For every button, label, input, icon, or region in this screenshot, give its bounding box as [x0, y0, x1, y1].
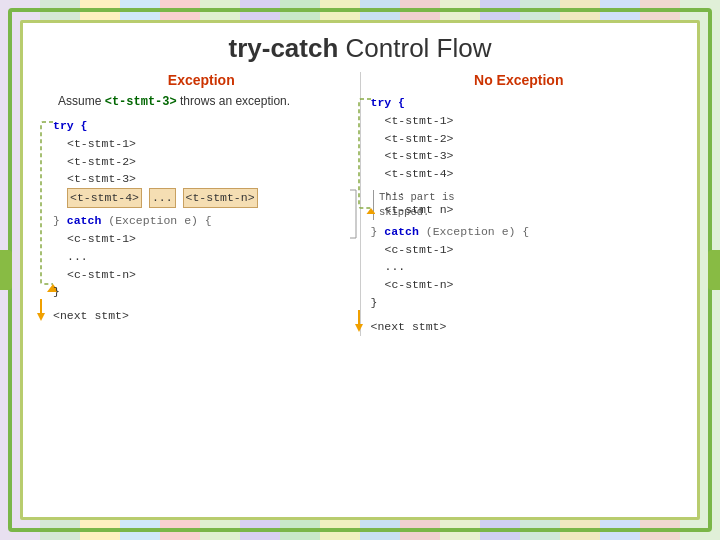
side-tab-right	[708, 250, 720, 290]
right-code-container: try { <t-stmt-1> <t-stmt-2> <t-stmt-3> <…	[371, 94, 668, 336]
side-tab-left	[0, 250, 12, 290]
t-stmt-4-right: <t-stmt-4>	[385, 165, 668, 183]
next-stmt-left: <next stmt>	[53, 307, 350, 325]
t-stmt-2-left: <t-stmt-2>	[67, 153, 350, 171]
content-area: try-catch Control Flow Exception Assume …	[20, 20, 700, 520]
left-code-block: try { <t-stmt-1> <t-stmt-2> <t-stmt-3> <…	[53, 117, 350, 301]
exception-column: Exception Assume <t-stmt-3> throws an ex…	[43, 72, 360, 336]
next-stmt-right-container: <next stmt>	[371, 318, 668, 336]
t-stmt-3-right: <t-stmt-3>	[385, 147, 668, 165]
assumption-text: Assume <t-stmt-3> throws an exception.	[53, 94, 350, 109]
t-stmt-2-right: <t-stmt-2>	[385, 130, 668, 148]
svg-marker-5	[355, 324, 363, 332]
c-stmt-n-left: <c-stmt-n>	[67, 266, 350, 284]
c-stmt-1-right: <c-stmt-1>	[385, 241, 668, 259]
assume-stmt: <t-stmt-3>	[105, 95, 177, 109]
catch-args-right: (Exception e) {	[419, 225, 529, 238]
try-keyword-left: try {	[53, 119, 88, 132]
catch-stmts-left: <c-stmt-1> ... <c-stmt-n>	[53, 230, 350, 283]
skipped-block: <t-stmt-4> ... <t-stmt-n> This part issk…	[67, 188, 350, 208]
try-stmts-right: <t-stmt-1> <t-stmt-2> <t-stmt-3> <t-stmt…	[371, 112, 668, 219]
title-suffix: Control Flow	[338, 33, 491, 63]
exception-header: Exception	[53, 72, 350, 88]
c-stmt-dots-left: ...	[67, 248, 350, 266]
try-stmts-left: <t-stmt-1> <t-stmt-2> <t-stmt-3> <t-stmt…	[53, 135, 350, 208]
catch-keyword-right: catch	[384, 225, 419, 238]
catch-keyword-left: catch	[67, 214, 102, 227]
no-exception-column: No Exception try { <t-stmt-1> <t-stmt-2>…	[361, 72, 678, 336]
try-open-left: try {	[53, 117, 350, 135]
catch-left: } catch (Exception e) {	[53, 212, 350, 230]
next-stmt-right: <next stmt>	[371, 318, 668, 336]
t-stmt-4-left: <t-stmt-4>	[67, 188, 142, 208]
svg-marker-2	[37, 313, 45, 321]
t-stmt-3-left: <t-stmt-3>	[67, 170, 350, 188]
page-title: try-catch Control Flow	[43, 33, 677, 64]
catch-args-left: (Exception e) {	[101, 214, 211, 227]
right-code-block: try { <t-stmt-1> <t-stmt-2> <t-stmt-3> <…	[371, 94, 668, 312]
left-code-container: try { <t-stmt-1> <t-stmt-2> <t-stmt-3> <…	[53, 117, 350, 325]
catch-right: } catch (Exception e) {	[371, 223, 668, 241]
try-keyword-right: try {	[371, 96, 406, 109]
t-stmt-dots-left: ...	[149, 188, 176, 208]
title-trycatch: try-catch	[229, 33, 339, 63]
c-stmt-dots-right: ...	[385, 258, 668, 276]
columns-container: Exception Assume <t-stmt-3> throws an ex…	[43, 72, 677, 336]
t-stmt-1-left: <t-stmt-1>	[67, 135, 350, 153]
t-stmt-n-right: <t-stmt n>	[385, 201, 668, 219]
close-brace-left: }	[53, 214, 67, 227]
try-open-right: try {	[371, 94, 668, 112]
c-stmt-1-left: <c-stmt-1>	[67, 230, 350, 248]
catch-stmts-right: <c-stmt-1> ... <c-stmt-n>	[371, 241, 668, 294]
c-stmt-n-right: <c-stmt-n>	[385, 276, 668, 294]
t-stmt-n-left: <t-stmt-n>	[183, 188, 258, 208]
no-exception-header: No Exception	[371, 72, 668, 88]
t-stmt-dots-right: ...	[385, 183, 668, 201]
close-catch-left: }	[53, 283, 350, 301]
next-stmt-left-container: <next stmt>	[53, 307, 350, 325]
close-brace-right: }	[371, 225, 385, 238]
t-stmt-1-right: <t-stmt-1>	[385, 112, 668, 130]
close-catch-right: }	[371, 294, 668, 312]
